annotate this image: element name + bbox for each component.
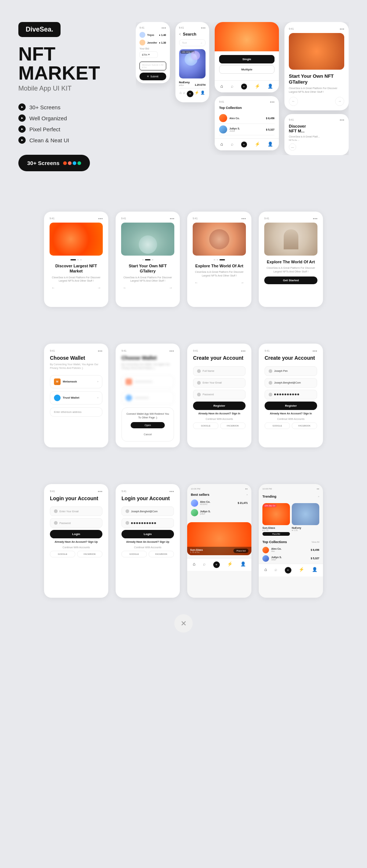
login-password-field[interactable]: Password xyxy=(50,518,102,528)
add-nav-icon[interactable]: + xyxy=(213,561,220,568)
login-section: 9:41 ●●● Login your Account Enter Your E… xyxy=(0,473,367,609)
submit-label: Submit xyxy=(150,75,159,78)
trending-search-icon[interactable]: ⌕ xyxy=(275,567,277,574)
facebook-button-2[interactable]: FACEBOOK xyxy=(292,422,317,429)
prev-arrow[interactable]: ← xyxy=(195,281,198,285)
email-value: Joseph.Benghet@Com xyxy=(274,381,301,384)
next-arrow[interactable]: → xyxy=(169,286,172,290)
best-sellers-view-all[interactable]: > xyxy=(246,494,248,496)
eth-select[interactable]: ETH ▾ xyxy=(139,51,158,58)
lightning-icon[interactable]: ⚡ xyxy=(195,91,199,97)
google-button[interactable]: GOOGLE xyxy=(193,422,218,429)
top-collections-view-all[interactable]: View All xyxy=(312,541,319,543)
gallery-status: 9:41 ●●● xyxy=(289,28,344,30)
login-password-field-filled[interactable] xyxy=(121,518,174,528)
person-icon-2[interactable]: 👤 xyxy=(268,142,273,147)
single-button[interactable]: Single xyxy=(219,55,275,63)
ethereum-address-button[interactable]: Enter ethereum address xyxy=(50,407,102,417)
home-icon[interactable]: ⌂ xyxy=(179,91,182,97)
person-nav-icon[interactable]: 👤 xyxy=(240,561,246,568)
login-continue-text: Continue With Accounts xyxy=(50,546,102,549)
search-nav-icon[interactable]: ⌕ xyxy=(203,561,206,568)
login-google-button[interactable]: GOOGLE xyxy=(50,551,75,557)
search-icon-2[interactable]: ⌕ xyxy=(231,142,233,147)
login-button[interactable]: Login xyxy=(50,530,102,538)
bidder-row-1: Trqvo ♦ 1.40 xyxy=(139,32,166,38)
register-button[interactable]: Register xyxy=(193,402,246,410)
lightning-nav-icon[interactable]: ⚡ xyxy=(227,561,233,568)
coll-avatar-1 xyxy=(262,547,269,553)
blurred-option-2 xyxy=(121,391,174,404)
home-icon[interactable]: ⌂ xyxy=(220,84,223,89)
email-placeholder: Enter Your Email xyxy=(203,381,222,384)
submit-icon: ≡ xyxy=(147,75,149,78)
search-title: Search xyxy=(183,32,196,36)
active-dot xyxy=(70,259,76,260)
email-field[interactable]: Enter Your Email xyxy=(193,378,246,388)
login-google-button-2[interactable]: GOOGLE xyxy=(121,551,147,557)
get-started-button[interactable]: Get Started xyxy=(264,276,317,284)
lightning-icon[interactable]: ⚡ xyxy=(255,84,260,89)
search-icon[interactable]: ⌕ xyxy=(231,84,233,89)
trending-bid-button-1[interactable]: Place Bid xyxy=(262,532,290,536)
lightning-icon-2[interactable]: ⚡ xyxy=(255,142,260,147)
home-icon-2[interactable]: ⌂ xyxy=(220,142,223,147)
prev-arrow-button[interactable]: ← xyxy=(289,97,298,106)
gallery-nft-image xyxy=(289,33,344,70)
next-arrow[interactable]: → xyxy=(97,286,101,290)
register-button-2[interactable]: Register xyxy=(265,402,317,410)
open-button[interactable]: Open xyxy=(131,422,165,428)
fullname-field[interactable]: Full Name xyxy=(193,366,246,376)
trending-view-all[interactable]: > xyxy=(318,495,319,498)
place-bid-button[interactable]: Place bid xyxy=(233,549,248,553)
feature-label-4: Clean & Neat UI xyxy=(29,137,69,143)
trending-add-icon[interactable]: + xyxy=(285,567,291,574)
login-signup-text: Already Have An Account? Sign Up xyxy=(50,541,102,543)
login-facebook-button[interactable]: FACEBOOK xyxy=(77,551,102,557)
google-button-2[interactable]: GOOGLE xyxy=(265,422,290,429)
password-field[interactable]: Password xyxy=(193,390,246,399)
add-icon[interactable]: + xyxy=(241,84,247,89)
back-icon[interactable]: < xyxy=(179,32,181,36)
tc-status-bar: 9:41 ●●● xyxy=(219,100,275,103)
trending-image-1: 10% Disc On xyxy=(262,503,290,525)
trending-lightning-icon[interactable]: ⚡ xyxy=(299,567,304,574)
trending-name-2: NuEvey xyxy=(292,527,319,529)
person-icon[interactable]: 👤 xyxy=(268,84,273,89)
login-email-value: Joseph.Benghet@Com xyxy=(131,510,157,513)
screens-button[interactable]: 30+ Screens xyxy=(18,155,90,171)
multiple-button[interactable]: Multiple xyxy=(219,65,275,74)
prev-arrow[interactable]: ← xyxy=(51,286,55,290)
search-nav-icon[interactable]: ⌕ xyxy=(183,91,185,97)
bid-phone: 9:41 ●●● Trqvo ♦ 1.40 Jennifer ♦ 1.30 Yo… xyxy=(136,22,170,83)
submit-bid-button[interactable]: ≡ Submit xyxy=(139,73,166,80)
inactive-dot xyxy=(214,259,215,260)
email-field-filled[interactable]: Joseph.Benghet@Com xyxy=(265,378,317,388)
add-icon-2[interactable]: + xyxy=(241,142,247,147)
home-nav-icon[interactable]: ⌂ xyxy=(193,561,195,568)
gallery-inner: 9:41 ●●● Start Your Own NFT GTallery Clo… xyxy=(284,22,349,110)
cancel-button[interactable]: Cancel xyxy=(144,433,152,436)
figma-dots xyxy=(63,161,81,165)
search-status-time: 9:41 xyxy=(179,26,184,29)
add-icon[interactable]: + xyxy=(187,91,193,97)
facebook-button[interactable]: FACEBOOK xyxy=(220,422,246,429)
search-input-box[interactable]: Nue ⌕ xyxy=(179,39,206,46)
collection-info-2: Jullyo S. Jullye xyxy=(229,127,240,132)
inactive-dot xyxy=(80,259,82,260)
trending-info-2: NuEvey ♦ 1.21 xyxy=(292,525,319,533)
trending-home-icon[interactable]: ⌂ xyxy=(264,567,267,574)
next-arrow-button[interactable]: → xyxy=(335,97,344,106)
trust-wallet-option[interactable]: Trust Wallet › xyxy=(50,391,102,404)
login-button-2[interactable]: Login xyxy=(121,530,174,538)
trending-person-icon[interactable]: 👤 xyxy=(312,567,317,574)
login-email-field-filled[interactable]: Joseph.Benghet@Com xyxy=(121,506,174,516)
login-email-field[interactable]: Enter Your Email xyxy=(50,506,102,516)
prev-arrow[interactable]: ← xyxy=(123,286,127,290)
fullname-field-filled[interactable]: Joseph Pen xyxy=(265,366,317,376)
password-field-filled[interactable] xyxy=(265,390,317,399)
person-icon[interactable]: 👤 xyxy=(200,91,205,97)
metamask-option[interactable]: M Metamask › xyxy=(50,375,102,388)
login-facebook-button-2[interactable]: FACEBOOK xyxy=(149,551,174,557)
next-arrow[interactable]: → xyxy=(240,281,244,285)
